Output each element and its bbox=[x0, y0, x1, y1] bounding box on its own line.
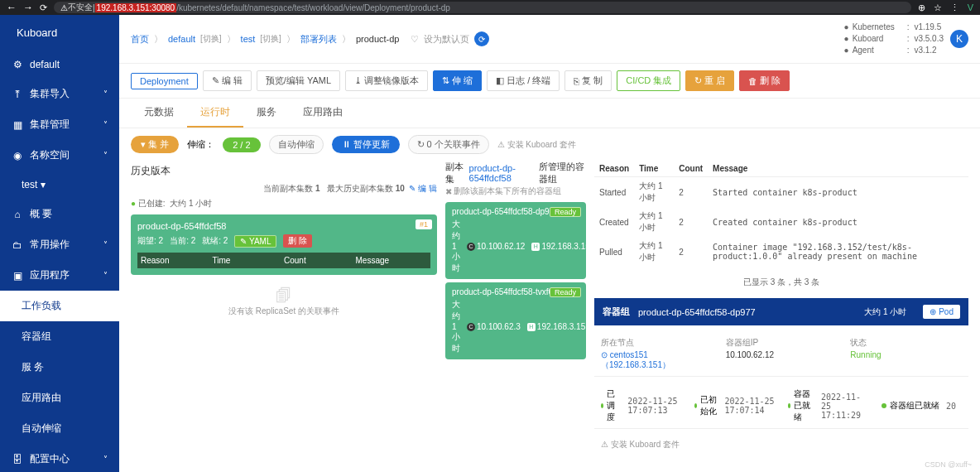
sidebar-item[interactable]: 服 务 bbox=[0, 352, 119, 383]
scale-button[interactable]: ⇅ 伸 缩 bbox=[433, 70, 482, 91]
sidebar-item[interactable]: 自动伸缩 bbox=[0, 413, 119, 444]
events-button[interactable]: ↻ 0 个关联事件 bbox=[408, 135, 489, 154]
sidebar-item[interactable]: ▣应用程序˅ bbox=[0, 260, 119, 291]
scale-ratio: 2 / 2 bbox=[223, 137, 260, 152]
collapse-button[interactable]: ▾ 集 并 bbox=[131, 136, 179, 153]
rs-yaml[interactable]: ✎ YAML bbox=[234, 235, 276, 248]
url-path: /kubernetes/default/namespace/test/workl… bbox=[176, 3, 450, 12]
top-nav: 首页 〉 default [切换] 〉 test [切换] 〉 部署列表 〉 p… bbox=[119, 15, 980, 64]
table-row: Started大约 1 小时2Started container k8s-pro… bbox=[594, 177, 968, 208]
watermark: CSDN @xuff~ bbox=[925, 460, 972, 469]
install-tip: ⚠ 安装 Kuboard 套件 bbox=[497, 139, 576, 151]
crumb-current: product-dp bbox=[356, 34, 400, 44]
sidebar-item[interactable]: 🗄配置中心˅ bbox=[0, 444, 119, 472]
sidebar-item[interactable]: 🗀常用操作˅ bbox=[0, 229, 119, 260]
empty-events: 🗐 没有该 ReplicaSet 的关联事件 bbox=[131, 275, 437, 329]
delete-pods[interactable]: ✖ 删除该副本集下所有的容器组 bbox=[445, 185, 561, 197]
gear-icon: ⚙ bbox=[12, 59, 23, 70]
insecure-label: 不安全 bbox=[68, 2, 93, 13]
copy-button[interactable]: ⎘ 复 制 bbox=[564, 70, 612, 91]
table-row: Pulled大约 1 小时2Container image "192.168.3… bbox=[594, 237, 968, 267]
pod-status-row: 已调度2022-11-25 17:07:13 已初始化2022-11-25 17… bbox=[594, 383, 968, 429]
password-icon[interactable]: ⊕ bbox=[918, 2, 925, 13]
sidebar: Kuboard ⚙ default ⤒集群导入˅▦集群管理˅◉名称空间˅test… bbox=[0, 15, 119, 472]
pod-card[interactable]: Readyproduct-dp-654ffdcf58-dp977大约 1 小时C… bbox=[445, 202, 586, 279]
browser-chrome: ← → ⟳ ⚠ 不安全 | 192.168.3.151:30080 /kuber… bbox=[0, 0, 980, 15]
sidebar-item[interactable]: ⤒集群导入˅ bbox=[0, 79, 119, 109]
forward-icon[interactable]: → bbox=[23, 2, 33, 13]
sidebar-item[interactable]: ◉名称空间˅ bbox=[0, 140, 119, 171]
tab-runtime[interactable]: 运行时 bbox=[187, 99, 243, 128]
menu-icon[interactable]: ⋮ bbox=[950, 2, 959, 13]
pod-card[interactable]: Readyproduct-dp-654ffdcf58-tvxf6大约 1 小时C… bbox=[445, 282, 586, 359]
tab-service[interactable]: 服务 bbox=[243, 99, 290, 128]
empty-icon: 🗐 bbox=[142, 287, 425, 306]
sidebar-item[interactable]: 工作负载 bbox=[0, 291, 119, 321]
back-icon[interactable]: ← bbox=[7, 2, 17, 13]
toolbar: Deployment ✎ 编 辑 预览/编辑 YAML ⤓ 调整镜像版本 ⇅ 伸… bbox=[119, 64, 980, 99]
action-pills: ▾ 集 并 伸缩： 2 / 2 自动伸缩 ⏸ 暂停更新 ↻ 0 个关联事件 ⚠ … bbox=[119, 128, 980, 161]
replicaset-title: 副本集 product-dp-654ffdcf58 所管理的容器组 bbox=[445, 161, 586, 185]
rs-delete[interactable]: 删 除 bbox=[283, 234, 312, 248]
yaml-button[interactable]: 预览/编辑 YAML bbox=[257, 70, 340, 91]
url-host: 192.168.3.151:30080 bbox=[95, 3, 177, 12]
pod-button[interactable]: ⊕ Pod bbox=[923, 305, 960, 319]
sidebar-item[interactable]: ▦集群管理˅ bbox=[0, 109, 119, 140]
insecure-icon: ⚠ bbox=[60, 3, 68, 12]
tabs: 元数据 运行时 服务 应用路由 bbox=[119, 99, 980, 128]
adjust-button[interactable]: ⤓ 调整镜像版本 bbox=[345, 70, 428, 91]
deployment-badge: Deployment bbox=[131, 73, 198, 89]
cicd-button[interactable]: CI/CD 集成 bbox=[617, 70, 680, 91]
crumb-default[interactable]: default bbox=[168, 34, 195, 44]
reload-icon[interactable]: ⟳ bbox=[40, 2, 47, 13]
refresh-button[interactable]: ⟳ bbox=[474, 31, 489, 46]
sidebar-item[interactable]: 应用路由 bbox=[0, 383, 119, 413]
sidebar-item[interactable]: ⌂概 要 bbox=[0, 199, 119, 229]
crumb-deploy-list[interactable]: 部署列表 bbox=[300, 33, 337, 46]
edit-history[interactable]: ✎ 编 辑 bbox=[409, 184, 437, 193]
crumb-test[interactable]: test bbox=[241, 34, 256, 44]
replicaset-card[interactable]: #1 product-dp-654ffdcf58 期望: 2 当前: 2 就绪:… bbox=[131, 214, 437, 275]
logo: Kuboard bbox=[0, 15, 119, 51]
vue-icon[interactable]: V bbox=[968, 2, 973, 13]
logs-button[interactable]: ◧ 日志 / 终端 bbox=[487, 70, 560, 91]
table-row: Created大约 1 小时2Created container k8s-pro… bbox=[594, 207, 968, 237]
url-bar[interactable]: ⚠ 不安全 | 192.168.3.151:30080 /kubernetes/… bbox=[54, 2, 911, 13]
star-icon[interactable]: ☆ bbox=[934, 2, 942, 13]
avatar[interactable]: K bbox=[950, 30, 968, 48]
pod-info-grid: 所在节点⊙ centos151（192.168.3.151） 容器组IP10.1… bbox=[594, 332, 968, 377]
delete-button[interactable]: 🗑 删 除 bbox=[739, 70, 790, 91]
events-table: ReasonTimeCountMessage Started大约 1 小时2St… bbox=[594, 161, 968, 267]
sidebar-item[interactable]: 容器组 bbox=[0, 321, 119, 352]
breadcrumb: 首页 〉 default [切换] 〉 test [切换] 〉 部署列表 〉 p… bbox=[131, 31, 489, 46]
tab-metadata[interactable]: 元数据 bbox=[131, 99, 187, 128]
auto-scale-button[interactable]: 自动伸缩 bbox=[269, 135, 324, 154]
edit-button[interactable]: ✎ 编 辑 bbox=[203, 70, 252, 91]
nav-default[interactable]: ⚙ default bbox=[0, 51, 119, 79]
crumb-home[interactable]: 首页 bbox=[131, 33, 149, 46]
pod-header: 容器组 product-dp-654ffdcf58-dp977 大约 1 小时 … bbox=[594, 298, 968, 325]
version-info: ●Kubernetes:v1.19.5 ●Kuboard:v3.5.0.3 ●A… bbox=[844, 22, 944, 56]
restart-button[interactable]: ↻ 重 启 bbox=[685, 70, 734, 91]
history-panel: 历史版本 当前副本集数 1 最大历史副本集数 10 ✎ 编 辑 ● 已创建: 大… bbox=[131, 161, 437, 329]
pause-button[interactable]: ⏸ 暂停更新 bbox=[332, 136, 400, 153]
sidebar-item[interactable]: test ▾ bbox=[0, 171, 119, 199]
tab-route[interactable]: 应用路由 bbox=[290, 99, 356, 128]
